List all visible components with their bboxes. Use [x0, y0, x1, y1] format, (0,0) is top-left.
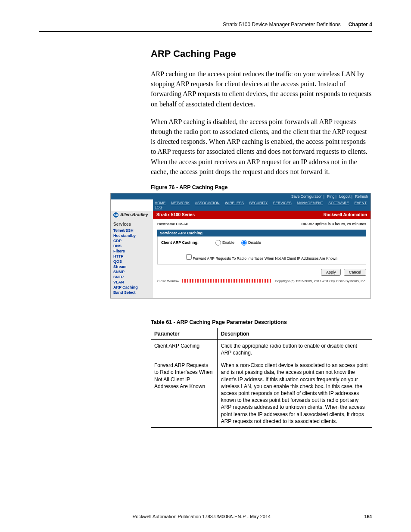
- apply-button[interactable]: Apply: [321, 269, 341, 276]
- radio-enable-wrap[interactable]: Enable: [215, 240, 234, 246]
- figure-caption: Figure 76 - ARP Caching Page: [151, 184, 372, 190]
- cell-param: Forward ARP Requests to Radio Interfaces…: [151, 359, 217, 428]
- table-row: Client ARP Caching Click the appropriate…: [151, 339, 372, 359]
- radio-disable-wrap[interactable]: Disable: [241, 240, 261, 246]
- sidebar-item-dns[interactable]: DNS: [113, 244, 150, 248]
- sidebar-item-cdp[interactable]: CDP: [113, 239, 150, 243]
- sidebar-item-bandselect[interactable]: Band Select: [113, 290, 150, 295]
- radio-enable[interactable]: [215, 240, 221, 246]
- chapter-label: Chapter 4: [349, 22, 372, 28]
- table-caption: Table 61 - ARP Caching Page Parameter De…: [151, 319, 372, 325]
- th-parameter: Parameter: [151, 328, 217, 339]
- nav-security[interactable]: SECURITY: [249, 201, 268, 205]
- ab-logo-icon: AB: [113, 212, 118, 218]
- sidebar-item-filters[interactable]: Filters: [113, 249, 150, 253]
- uptime-text: CIP-AP uptime is 3 hours, 29 minutes: [301, 222, 366, 226]
- cell-desc: When a non-Cisco client device is associ…: [217, 359, 372, 428]
- brand-left: AB Allen-Bradley: [111, 211, 153, 219]
- sidebar-item-vlan[interactable]: VLAN: [113, 280, 150, 284]
- sidebar-heading: Services: [113, 222, 150, 227]
- sidebar-item-sntp[interactable]: SNTP: [113, 275, 150, 279]
- link-save-config[interactable]: Save Configuration: [291, 194, 322, 199]
- nav-services[interactable]: SERVICES: [273, 201, 292, 205]
- body-paragraph-1: ARP caching on the access point reduces …: [151, 69, 372, 109]
- form-label-arp: Client ARP Caching:: [161, 240, 209, 245]
- table-row: Forward ARP Requests to Radio Interfaces…: [151, 359, 372, 428]
- sidebar-item-snmp[interactable]: SNMP: [113, 270, 150, 274]
- series-label: Stratix 5100 Series: [156, 212, 195, 217]
- link-logout[interactable]: Logout: [339, 194, 350, 199]
- page-footer: Rockwell Automation Publication 1783-UM0…: [39, 514, 372, 519]
- cancel-button[interactable]: Cancel: [344, 269, 366, 276]
- stripe-divider: [182, 279, 272, 283]
- radio-disable[interactable]: [241, 240, 247, 246]
- figure-screenshot: Save Configuration | Ping | Logout | Ref…: [110, 193, 371, 299]
- page-header: Stratix 5100 Device Manager Parameter De…: [39, 22, 372, 32]
- copyright-text: Copyright (c) 1992-2009, 2011-2012 by Ci…: [275, 279, 366, 283]
- hostname-block: Hostname CIP-AP: [157, 222, 188, 226]
- sidebar-item-http[interactable]: HTTP: [113, 254, 150, 258]
- section-heading: ARP Caching Page: [151, 48, 372, 59]
- checkbox-forward-wrap[interactable]: Forward ARP Requests To Radio Interfaces…: [186, 256, 337, 261]
- publication-info: Rockwell Automation Publication 1783-UM0…: [39, 514, 364, 519]
- nav-wireless[interactable]: WIRELESS: [225, 201, 244, 205]
- sidebar-item-hotstandby[interactable]: Hot standby: [113, 233, 150, 238]
- parameter-table: Parameter Description Client ARP Caching…: [151, 328, 372, 428]
- nav-management[interactable]: MANAGEMENT: [297, 201, 323, 205]
- sidebar: Services Telnet/SSH Hot standby CDP DNS …: [111, 219, 153, 298]
- sidebar-item-telnet[interactable]: Telnet/SSH: [113, 228, 150, 233]
- checkbox-forward[interactable]: [186, 254, 192, 260]
- nav-network[interactable]: NETWORK: [171, 201, 190, 205]
- doc-title: Stratix 5100 Device Manager Parameter De…: [223, 22, 340, 28]
- sidebar-item-arpcaching[interactable]: ARP Caching: [113, 285, 150, 289]
- brand-left-text: Allen-Bradley: [120, 212, 148, 217]
- nav-association[interactable]: ASSOCIATION: [195, 201, 219, 205]
- top-nav: HOME NETWORK ASSOCIATION WIRELESS SECURI…: [153, 199, 371, 211]
- sidebar-item-qos[interactable]: QOS: [113, 259, 150, 264]
- top-utility-links: Save Configuration | Ping | Logout | Ref…: [111, 193, 371, 199]
- th-description: Description: [217, 328, 372, 339]
- nav-home[interactable]: HOME: [155, 201, 166, 205]
- nav-software[interactable]: SOFTWARE: [328, 201, 349, 205]
- body-paragraph-2: When ARP caching is disabled, the access…: [151, 117, 372, 177]
- link-ping[interactable]: Ping: [327, 194, 334, 199]
- cell-param: Client ARP Caching: [151, 339, 217, 359]
- section-bar: Services: ARP Caching: [157, 230, 366, 236]
- close-window-link[interactable]: Close Window: [157, 279, 179, 283]
- brand-right: Rockwell Automation: [324, 213, 367, 217]
- page-number: 161: [364, 514, 372, 519]
- link-refresh[interactable]: Refresh: [355, 194, 368, 199]
- cell-desc: Click the appropriate radio button to en…: [217, 339, 372, 359]
- sidebar-item-stream[interactable]: Stream: [113, 264, 150, 269]
